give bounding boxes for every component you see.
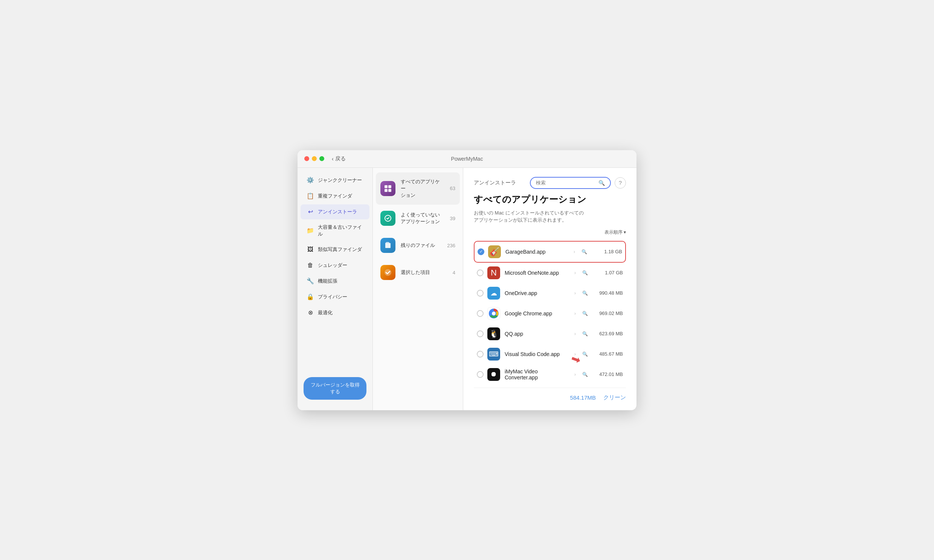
close-button[interactable]: [304, 156, 309, 161]
svg-rect-1: [388, 185, 391, 188]
app-checkbox-imymac[interactable]: [477, 371, 484, 378]
sidebar-label-optimize: 最適化: [318, 309, 333, 316]
sidebar-label-extension: 機能拡張: [318, 278, 338, 285]
app-checkbox-qq[interactable]: [477, 331, 484, 337]
sidebar-item-optimize[interactable]: ⊗ 最適化: [301, 305, 370, 320]
imymac-icon: ⏺: [487, 368, 500, 381]
sidebar-item-shredder[interactable]: 🗑 シュレッダー: [301, 258, 370, 273]
imymac-name: iMyMac Video Converter.app: [505, 368, 572, 380]
selected-count: 4: [453, 270, 455, 275]
qq-search-icon[interactable]: 🔍: [581, 331, 588, 337]
similar-photo-icon: 🖼: [307, 246, 314, 253]
sidebar-label-junk-cleaner: ジャンククリーナー: [318, 177, 362, 184]
svg-rect-0: [385, 185, 388, 188]
vscode-chevron-icon[interactable]: ›: [572, 351, 578, 357]
app-checkbox-onenote[interactable]: [477, 269, 484, 276]
imymac-size: 472.01 MB: [593, 371, 623, 377]
sidebar-label-duplicate-finder: 重複ファインダ: [318, 193, 352, 200]
onedrive-icon: ☁: [487, 287, 500, 300]
main-content: ⚙️ ジャンククリーナー 📋 重複ファインダ ↩ アンインストーラ 📁 大容量＆…: [297, 168, 637, 410]
category-unused-apps[interactable]: よく使っていないアプリケーション 39: [373, 205, 463, 232]
svg-point-5: [385, 269, 391, 276]
unused-apps-info: よく使っていないアプリケーション: [401, 211, 445, 225]
category-all-apps[interactable]: すべてのアプリケーション 63: [376, 172, 460, 205]
onedrive-name: OneDrive.app: [505, 290, 572, 296]
svg-point-8: [492, 312, 495, 315]
app-row-vscode[interactable]: ⌨ Visual Studio Code.app › 🔍 485.67 MB: [474, 344, 626, 364]
qq-name: QQ.app: [505, 331, 572, 337]
onedrive-actions: › 🔍: [572, 290, 588, 297]
app-row-garageband[interactable]: 🎸 GarageBand.app › 🔍 1.18 GB: [474, 241, 626, 263]
onenote-chevron-icon[interactable]: ›: [572, 269, 578, 276]
sidebar-item-junk-cleaner[interactable]: ⚙️ ジャンククリーナー: [301, 173, 370, 188]
sidebar-item-large-files[interactable]: 📁 大容量＆古いファイル: [301, 220, 370, 241]
extension-icon: 🔧: [307, 277, 314, 285]
onedrive-chevron-icon[interactable]: ›: [572, 290, 578, 297]
sidebar-item-uninstaller[interactable]: ↩ アンインストーラ: [301, 205, 370, 219]
onenote-actions: › 🔍: [572, 269, 588, 276]
sidebar-label-uninstaller: アンインストーラ: [318, 209, 357, 215]
app-checkbox-onedrive[interactable]: [477, 290, 484, 297]
app-checkbox-chrome[interactable]: [477, 310, 484, 317]
qq-chevron-icon[interactable]: ›: [572, 331, 578, 337]
category-selected[interactable]: 選択した項目 4: [373, 259, 463, 286]
imymac-search-icon[interactable]: 🔍: [581, 371, 588, 378]
vscode-search-icon[interactable]: 🔍: [581, 351, 588, 357]
uninstaller-icon: ↩: [307, 208, 314, 215]
sort-button[interactable]: 表示順序: [604, 229, 623, 235]
total-size: 584.17MB: [570, 394, 596, 401]
vscode-size: 485.67 MB: [593, 351, 623, 357]
search-icon: 🔍: [598, 180, 605, 186]
help-button[interactable]: ?: [615, 177, 626, 189]
app-checkbox-garageband[interactable]: [478, 248, 484, 255]
category-remaining-files[interactable]: 残りのファイル 236: [373, 232, 463, 259]
qq-icon: 🐧: [487, 328, 500, 340]
search-input[interactable]: [536, 180, 596, 186]
titlebar: ‹ 戻る PowerMyMac: [297, 150, 637, 168]
app-row-imymac[interactable]: ⏺ iMyMac Video Converter.app › 🔍 472.01 …: [474, 364, 626, 385]
middle-panel: すべてのアプリケーション 63 よく使っていないアプリケーション 39: [373, 168, 463, 410]
sidebar-item-duplicate-finder[interactable]: 📋 重複ファインダ: [301, 189, 370, 204]
sidebar-item-privacy[interactable]: 🔒 プライバシー: [301, 289, 370, 305]
search-box[interactable]: 🔍: [530, 177, 611, 189]
chrome-search-icon[interactable]: 🔍: [581, 310, 588, 317]
clean-button[interactable]: クリーン: [603, 394, 626, 401]
sort-chevron-icon: ▾: [624, 229, 626, 235]
chrome-chevron-icon[interactable]: ›: [572, 310, 578, 317]
all-apps-count: 63: [450, 186, 455, 191]
remaining-files-count: 236: [447, 243, 455, 248]
unused-apps-count: 39: [450, 215, 455, 221]
minimize-button[interactable]: [312, 156, 317, 161]
app-row-qq[interactable]: 🐧 QQ.app › 🔍 623.69 MB: [474, 324, 626, 344]
unused-apps-icon: [381, 211, 395, 226]
unused-apps-label: よく使っていないアプリケーション: [401, 211, 445, 225]
maximize-button[interactable]: [319, 156, 324, 161]
app-checkbox-vscode[interactable]: [477, 351, 484, 357]
onedrive-size: 990.48 MB: [593, 290, 623, 296]
onenote-search-icon[interactable]: 🔍: [581, 269, 588, 276]
back-label: 戻る: [335, 155, 346, 162]
sidebar-item-similar-photo[interactable]: 🖼 類似写真ファインダ: [301, 242, 370, 257]
app-row-chrome[interactable]: Google Chrome.app › 🔍 969.02 MB: [474, 303, 626, 324]
sidebar-label-privacy: プライバシー: [318, 294, 347, 300]
qq-actions: › 🔍: [572, 331, 588, 337]
selected-info: 選択した項目: [401, 269, 447, 276]
chrome-size: 969.02 MB: [593, 311, 623, 316]
chrome-name: Google Chrome.app: [505, 311, 572, 317]
junk-cleaner-icon: ⚙️: [307, 177, 314, 184]
back-button[interactable]: ‹ 戻る: [332, 155, 346, 162]
app-row-onedrive[interactable]: ☁ OneDrive.app › 🔍 990.48 MB: [474, 283, 626, 303]
selected-icon: [381, 265, 395, 280]
qq-size: 623.69 MB: [593, 331, 623, 337]
sidebar-item-extension[interactable]: 🔧 機能拡張: [301, 274, 370, 289]
chevron-down-icon[interactable]: ›: [571, 248, 578, 255]
search-detail-icon[interactable]: 🔍: [581, 248, 587, 255]
privacy-icon: 🔒: [307, 293, 314, 301]
imymac-chevron-icon[interactable]: ›: [572, 371, 578, 378]
selected-label: 選択した項目: [401, 269, 447, 276]
all-apps-icon: [381, 181, 395, 196]
upgrade-button[interactable]: フルバージョンを取得する: [304, 377, 367, 400]
onedrive-search-icon[interactable]: 🔍: [581, 290, 588, 297]
main-window: ‹ 戻る PowerMyMac ⚙️ ジャンククリーナー 📋 重複ファインダ ↩…: [297, 150, 637, 410]
app-row-onenote[interactable]: N Microsoft OneNote.app › 🔍 1.07 GB: [474, 263, 626, 283]
